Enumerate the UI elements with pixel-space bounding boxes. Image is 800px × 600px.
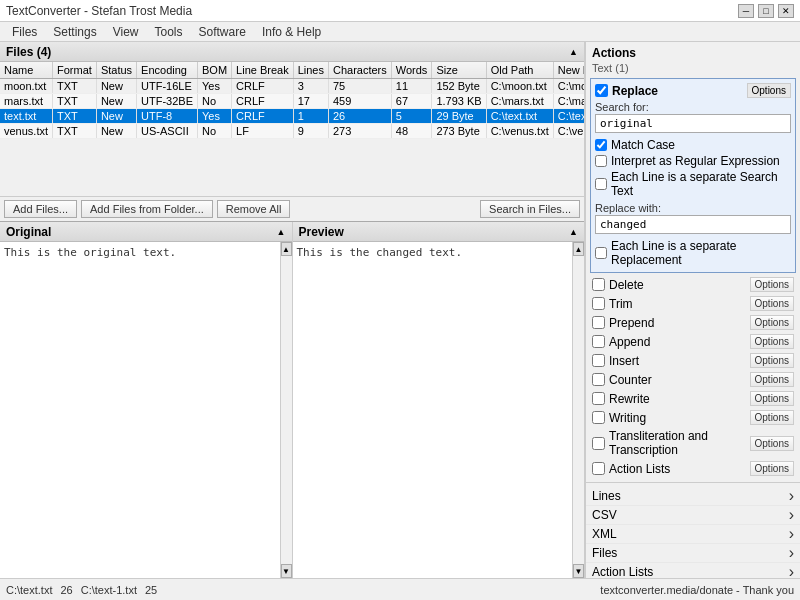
table-cell: UTF-16LE	[137, 79, 198, 94]
menu-files[interactable]: Files	[4, 23, 45, 41]
table-cell: TXT	[53, 79, 97, 94]
table-cell: 9	[293, 124, 328, 139]
maximize-button[interactable]: □	[758, 4, 774, 18]
action-item-label[interactable]: Delete	[592, 278, 746, 292]
preview-scroll-up[interactable]: ▲	[573, 242, 584, 256]
search-in-files-button[interactable]: Search in Files...	[480, 200, 580, 218]
action-item-label[interactable]: Rewrite	[592, 392, 746, 406]
replace-checkbox[interactable]	[595, 84, 608, 97]
add-files-button[interactable]: Add Files...	[4, 200, 77, 218]
file-list-area: Files (4) ▲ Name Format Status Encoding …	[0, 42, 584, 222]
action-items-container: DeleteOptionsTrimOptionsPrependOptionsAp…	[586, 275, 800, 478]
each-line-replace-checkbox[interactable]	[595, 247, 607, 259]
action-item-options-button[interactable]: Options	[750, 372, 794, 387]
action-item-checkbox[interactable]	[592, 316, 605, 329]
table-cell: TXT	[53, 109, 97, 124]
table-row[interactable]: text.txtTXTNewUTF-8YesCRLF126529 ByteC:\…	[0, 109, 584, 124]
table-cell: TXT	[53, 94, 97, 109]
original-scroll-up[interactable]: ▲	[281, 242, 292, 256]
replace-with-input[interactable]	[595, 215, 791, 234]
regex-checkbox[interactable]	[595, 155, 607, 167]
section-item[interactable]: Action Lists›	[586, 563, 800, 578]
table-row[interactable]: moon.txtTXTNewUTF-16LEYesCRLF37511152 By…	[0, 79, 584, 94]
each-line-search-checkbox[interactable]	[595, 178, 607, 190]
table-cell: Yes	[198, 79, 232, 94]
action-item-options-button[interactable]: Options	[750, 334, 794, 349]
section-item[interactable]: Lines›	[586, 487, 800, 506]
add-files-folder-button[interactable]: Add Files from Folder...	[81, 200, 213, 218]
section-item-arrow: ›	[789, 488, 794, 504]
action-item-label[interactable]: Writing	[592, 411, 746, 425]
table-cell: 75	[328, 79, 391, 94]
action-item-options-button[interactable]: Options	[750, 436, 794, 451]
preview-scrollbar[interactable]: ▲ ▼	[572, 242, 584, 578]
action-item-options-button[interactable]: Options	[750, 353, 794, 368]
remove-all-button[interactable]: Remove All	[217, 200, 291, 218]
menu-software[interactable]: Software	[191, 23, 254, 41]
minimize-button[interactable]: ─	[738, 4, 754, 18]
preview-collapse-arrow[interactable]: ▲	[569, 227, 578, 237]
search-for-input[interactable]	[595, 114, 791, 133]
table-cell: C:\venus-1.txt	[553, 124, 584, 139]
table-row[interactable]: mars.txtTXTNewUTF-32BENoCRLF17459671.793…	[0, 94, 584, 109]
original-scroll-down[interactable]: ▼	[281, 564, 292, 578]
original-content[interactable]: This is the original text.	[0, 242, 280, 578]
action-item-checkbox[interactable]	[592, 392, 605, 405]
section-item[interactable]: XML›	[586, 525, 800, 544]
table-row[interactable]: venus.txtTXTNewUS-ASCIINoLF927348273 Byt…	[0, 124, 584, 139]
action-item-checkbox[interactable]	[592, 278, 605, 291]
action-item-options-button[interactable]: Options	[750, 277, 794, 292]
action-item-options-button[interactable]: Options	[750, 296, 794, 311]
file-list-collapse-arrow[interactable]: ▲	[569, 47, 578, 57]
action-item-label[interactable]: Counter	[592, 373, 746, 387]
close-button[interactable]: ✕	[778, 4, 794, 18]
action-item-label[interactable]: Append	[592, 335, 746, 349]
action-item-options-button[interactable]: Options	[750, 410, 794, 425]
section-item-label: Lines	[592, 489, 621, 503]
table-cell: 17	[293, 94, 328, 109]
action-item-checkbox[interactable]	[592, 335, 605, 348]
action-item-label[interactable]: Trim	[592, 297, 746, 311]
table-cell: mars.txt	[0, 94, 53, 109]
replace-options-button[interactable]: Options	[747, 83, 791, 98]
table-cell: 459	[328, 94, 391, 109]
menu-view[interactable]: View	[105, 23, 147, 41]
table-cell: UTF-8	[137, 109, 198, 124]
action-item-label[interactable]: Action Lists	[592, 462, 746, 476]
bottom-panels: Original ▲ This is the original text. ▲ …	[0, 222, 584, 578]
original-scrollbar[interactable]: ▲ ▼	[280, 242, 292, 578]
menu-tools[interactable]: Tools	[147, 23, 191, 41]
action-item-checkbox[interactable]	[592, 297, 605, 310]
action-item-checkbox[interactable]	[592, 373, 605, 386]
menu-settings[interactable]: Settings	[45, 23, 104, 41]
file-table-container[interactable]: Name Format Status Encoding BOM Line Bre…	[0, 62, 584, 196]
action-item-options-button[interactable]: Options	[750, 461, 794, 476]
action-item-label[interactable]: Transliteration and Transcription	[592, 429, 746, 457]
table-cell: LF	[232, 124, 294, 139]
action-item-checkbox[interactable]	[592, 411, 605, 424]
action-item-checkbox[interactable]	[592, 437, 605, 450]
table-cell: C:\moon.txt	[486, 79, 553, 94]
col-linebreak: Line Break	[232, 62, 294, 79]
action-item-text: Writing	[609, 411, 646, 425]
col-new-path: New Path	[553, 62, 584, 79]
action-item-text: Transliteration and Transcription	[609, 429, 746, 457]
status-bar: C:\text.txt 26 C:\text-1.txt 25 textconv…	[0, 578, 800, 600]
section-item-arrow: ›	[789, 564, 794, 578]
section-item[interactable]: Files›	[586, 544, 800, 563]
preview-content[interactable]: This is the changed text.	[293, 242, 573, 578]
action-item-options-button[interactable]: Options	[750, 315, 794, 330]
section-item[interactable]: CSV›	[586, 506, 800, 525]
menu-info-help[interactable]: Info & Help	[254, 23, 329, 41]
action-item-label[interactable]: Insert	[592, 354, 746, 368]
status-left-num: 26	[60, 584, 72, 596]
section-items-container: Lines›CSV›XML›Files›Action Lists›Options…	[586, 487, 800, 578]
action-item-options-button[interactable]: Options	[750, 391, 794, 406]
original-collapse-arrow[interactable]: ▲	[277, 227, 286, 237]
action-item-checkbox[interactable]	[592, 462, 605, 475]
table-cell: text.txt	[0, 109, 53, 124]
action-item-checkbox[interactable]	[592, 354, 605, 367]
action-item-label[interactable]: Prepend	[592, 316, 746, 330]
match-case-checkbox[interactable]	[595, 139, 607, 151]
preview-scroll-down[interactable]: ▼	[573, 564, 584, 578]
